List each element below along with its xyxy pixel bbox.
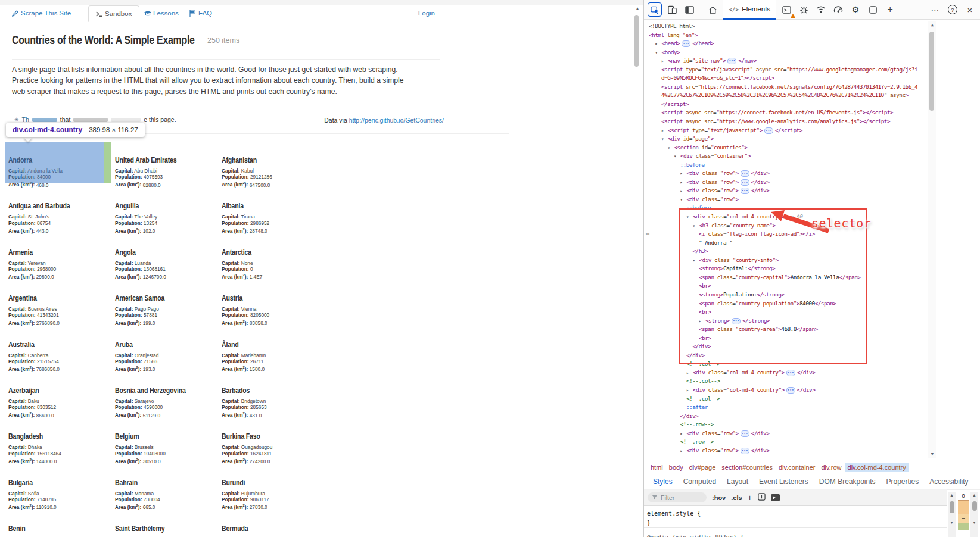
country-card: AustriaCapital: ViennaPopulation: 820500…: [218, 287, 325, 333]
application-box-icon[interactable]: [866, 2, 880, 17]
tab-properties[interactable]: Properties: [881, 474, 925, 489]
expand-node-pill[interactable]: •••: [682, 40, 690, 47]
node-gutter-dots[interactable]: …: [646, 229, 649, 236]
expanded-arrow-icon[interactable]: ▾: [693, 222, 699, 231]
expand-node-pill[interactable]: •••: [741, 179, 749, 186]
country-name: Argentina: [8, 294, 37, 302]
nav-item-faq[interactable]: FAQ: [189, 10, 212, 17]
expand-node-pill[interactable]: •••: [732, 318, 741, 324]
expanded-arrow-icon[interactable]: ▾: [674, 152, 680, 161]
collapsed-arrow-icon[interactable]: ▸: [655, 40, 662, 49]
tab-computed[interactable]: Computed: [678, 474, 721, 489]
computed-sidebar-toggle-icon[interactable]: [771, 494, 780, 501]
network-wifi-icon[interactable]: [814, 2, 828, 17]
console-warning-icon[interactable]: [779, 2, 794, 17]
gear-icon[interactable]: ⚙: [848, 2, 863, 17]
country-name: Burkina Faso: [222, 432, 260, 441]
bug-icon[interactable]: [797, 2, 811, 17]
collapsed-arrow-icon[interactable]: ▸: [680, 187, 687, 196]
breadcrumb-section#countries[interactable]: section#countries: [718, 463, 776, 472]
dom-tree-scrollbar[interactable]: ▲ ▼: [928, 21, 936, 458]
close-icon[interactable]: ×: [963, 2, 977, 17]
help-icon[interactable]: ?: [945, 2, 960, 17]
expanded-arrow-icon[interactable]: ▾: [655, 49, 662, 58]
expand-node-pill[interactable]: •••: [741, 188, 749, 194]
collapsed-arrow-icon[interactable]: ▸: [680, 170, 687, 179]
expand-node-pill[interactable]: •••: [741, 430, 749, 437]
country-info: Capital: ViennaPopulation: 8205000Area (…: [222, 306, 269, 326]
country-name: Antigua and Barbuda: [8, 202, 70, 210]
expand-node-pill[interactable]: •••: [741, 170, 749, 177]
toggle-class-button[interactable]: .cls: [731, 494, 742, 501]
login-link[interactable]: Login: [418, 10, 435, 17]
country-card: AfghanistanCapital: KabulPopulation: 291…: [218, 149, 325, 195]
scrollbar-thumb[interactable]: [929, 32, 934, 111]
collapsed-arrow-icon[interactable]: ▸: [680, 179, 687, 188]
expand-node-pill[interactable]: •••: [727, 58, 736, 64]
tab-styles[interactable]: Styles: [648, 474, 678, 489]
expanded-arrow-icon[interactable]: ▾: [686, 213, 693, 222]
outer-scrollbar[interactable]: ▲▼: [970, 492, 978, 537]
tab-event-listeners[interactable]: Event Listeners: [754, 474, 814, 489]
styles-scrollbar[interactable]: ▲▼: [948, 492, 956, 537]
tab-layout[interactable]: Layout: [721, 474, 754, 489]
divider: [12, 113, 509, 113]
nav-item-scrape-this-site[interactable]: Scrape This Site: [12, 10, 71, 17]
country-name: Angola: [115, 248, 136, 257]
toolbar-divider: [701, 4, 701, 15]
scroll-down-arrow[interactable]: ▼: [928, 452, 936, 457]
breadcrumb-html[interactable]: html: [648, 463, 666, 472]
expand-node-pill[interactable]: •••: [786, 387, 795, 394]
collapsed-arrow-icon[interactable]: ▸: [699, 317, 705, 326]
expand-node-pill[interactable]: •••: [786, 370, 795, 376]
collapsed-arrow-icon[interactable]: ▸: [680, 447, 687, 456]
expanded-arrow-icon[interactable]: ▾: [661, 135, 668, 144]
expanded-arrow-icon[interactable]: ▾: [680, 196, 687, 205]
element-style-rule[interactable]: element.style { }: [644, 506, 947, 528]
collapsed-arrow-icon[interactable]: ▸: [680, 430, 687, 439]
tab-accessibility[interactable]: Accessibility: [924, 474, 973, 489]
nav-item-lessons[interactable]: Lessons: [144, 10, 179, 17]
breadcrumb-div.col-md-4.country[interactable]: div.col-md-4.country: [845, 463, 909, 472]
scroll-up-arrow[interactable]: ▲: [928, 23, 936, 27]
toggle-hover-state-button[interactable]: :hov: [712, 494, 726, 501]
breadcrumb-div.container[interactable]: div.container: [776, 463, 819, 472]
tab-elements[interactable]: </> Elements: [723, 0, 776, 20]
page-scrollbar-up-arrow[interactable]: ▲: [634, 6, 641, 12]
country-info: Capital: DhakaPopulation: 156118464Area …: [8, 444, 61, 464]
breadcrumb-div.row[interactable]: div.row: [818, 463, 844, 472]
tab-dom-breakpoints[interactable]: DOM Breakpoints: [814, 474, 881, 489]
filter-input[interactable]: Filter: [648, 492, 707, 502]
expanded-arrow-icon[interactable]: ▾: [668, 144, 674, 153]
obscured-link-text[interactable]: [32, 118, 57, 122]
performance-gauge-icon[interactable]: [831, 2, 845, 17]
data-source-link[interactable]: http://peric.github.io/GetCountries/: [349, 117, 444, 124]
more-dots-icon[interactable]: ⋯: [928, 2, 942, 17]
rendering-emulation-icon[interactable]: [758, 493, 766, 502]
collapsed-arrow-icon[interactable]: ▸: [686, 369, 693, 378]
expand-node-pill[interactable]: •••: [741, 448, 749, 454]
country-name: Belgium: [115, 432, 139, 441]
devtools-toolbar: </> Elements ⚙ + ⋯ ?: [644, 0, 980, 20]
breadcrumb-body[interactable]: body: [666, 463, 686, 472]
expand-node-pill[interactable]: •••: [764, 127, 773, 134]
filter-icon: [652, 495, 658, 500]
page-scrollbar-thumb[interactable]: [634, 15, 639, 67]
element-dimensions: 389.98 × 116.27: [89, 126, 138, 133]
panel-layout-icon[interactable]: [682, 2, 696, 17]
collapsed-arrow-icon[interactable]: ▸: [661, 127, 668, 136]
inspect-tooltip: div.col-md-4.country 389.98 × 116.27: [6, 123, 145, 137]
divider: [12, 59, 440, 60]
plus-icon[interactable]: +: [883, 2, 897, 17]
nav-item-sandbox[interactable]: Sandbox: [88, 5, 139, 22]
scroll-marks-strip: 0 – –: [958, 492, 969, 537]
country-card: BulgariaCapital: SofiaPopulation: 714878…: [5, 472, 111, 517]
expanded-arrow-icon[interactable]: ▾: [693, 257, 699, 266]
inspect-icon[interactable]: [648, 2, 662, 17]
collapsed-arrow-icon[interactable]: ▸: [661, 57, 668, 66]
home-icon[interactable]: [705, 2, 720, 17]
collapsed-arrow-icon[interactable]: ▸: [686, 386, 693, 395]
breadcrumb-div#page[interactable]: div#page: [686, 463, 719, 472]
device-emulation-icon[interactable]: [665, 2, 679, 17]
new-style-rule-button[interactable]: +: [748, 493, 752, 502]
